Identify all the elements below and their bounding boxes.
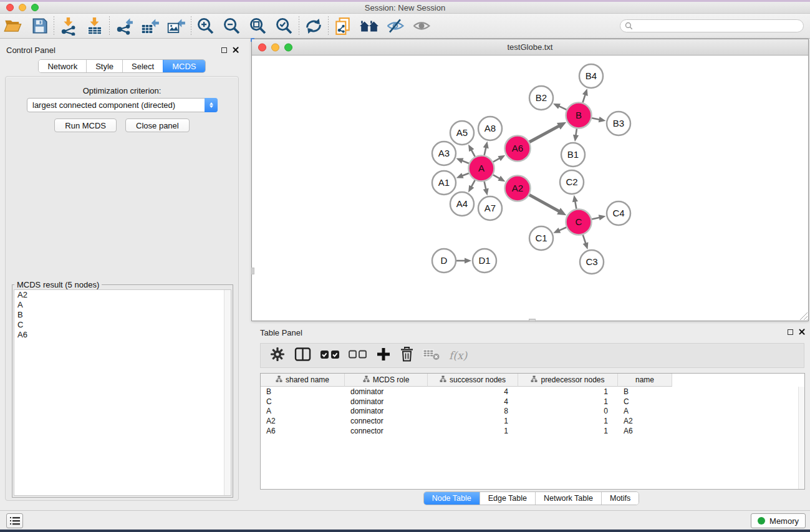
network-close-button[interactable]	[258, 43, 266, 51]
tab-node-table[interactable]: Node Table	[424, 492, 480, 505]
save-session-button[interactable]	[26, 15, 52, 37]
graph-node-C[interactable]: C	[566, 210, 592, 235]
zoom-fit-button[interactable]	[245, 15, 271, 37]
table-settings-button[interactable]	[267, 345, 288, 366]
graph-node-C4[interactable]: C4	[607, 201, 630, 225]
result-list-scrollbar[interactable]	[224, 290, 231, 495]
hide-selected-button[interactable]	[382, 15, 408, 37]
edge-C-C1[interactable]	[559, 228, 567, 231]
table-cell[interactable]: 1	[518, 387, 618, 396]
tab-edge-table[interactable]: Edge Table	[480, 492, 535, 505]
graph-node-B3[interactable]: B3	[607, 112, 630, 135]
tab-network[interactable]: Network	[39, 60, 86, 72]
graph-node-A8[interactable]: A8	[478, 117, 502, 140]
search-field[interactable]	[620, 19, 804, 32]
show-all-button[interactable]	[408, 15, 435, 37]
table-cell[interactable]: A	[261, 407, 345, 415]
table-cell[interactable]: A	[618, 407, 672, 415]
table-cell[interactable]: 4	[428, 397, 518, 406]
table-cell[interactable]: 8	[428, 407, 518, 415]
table-cell[interactable]: connector	[345, 427, 428, 435]
minimize-window-button[interactable]	[19, 4, 26, 11]
graph-node-A3[interactable]: A3	[432, 142, 456, 165]
edge-A-A7[interactable]	[485, 181, 486, 190]
export-table-button[interactable]	[137, 15, 163, 37]
tab-select[interactable]: Select	[122, 60, 163, 72]
edge-A-A4[interactable]	[471, 180, 475, 188]
graph-node-A1[interactable]: A1	[432, 171, 456, 195]
graph-node-C3[interactable]: C3	[580, 250, 604, 274]
refresh-view-button[interactable]	[301, 15, 327, 37]
table-cell[interactable]: C	[618, 397, 672, 406]
result-item[interactable]: A	[14, 300, 231, 310]
table-float-panel-icon[interactable]	[788, 329, 793, 335]
result-item[interactable]: A6	[14, 330, 231, 340]
close-panel-button[interactable]: Close panel	[125, 118, 190, 132]
network-zoom-button[interactable]	[284, 43, 292, 51]
edge-C-C4[interactable]	[592, 217, 600, 219]
create-column-button[interactable]	[374, 345, 393, 366]
edge-B-B4[interactable]	[583, 94, 586, 103]
tab-motifs[interactable]: Motifs	[601, 492, 639, 505]
network-minimize-button[interactable]	[271, 43, 279, 51]
graph-node-B[interactable]: B	[566, 103, 592, 128]
import-network-button[interactable]	[55, 15, 82, 37]
search-input[interactable]	[633, 20, 803, 32]
graph-node-D1[interactable]: D1	[473, 249, 496, 273]
table-cell[interactable]: 1	[428, 427, 518, 435]
table-row[interactable]: Cdominator41C	[261, 397, 804, 407]
network-canvas[interactable]: B4B2BB3A8A5A6A3B1AC2A1A2A4A7C4CC1C3DD1	[252, 39, 809, 322]
graph-node-C2[interactable]: C2	[560, 170, 584, 194]
zoom-in-button[interactable]	[193, 15, 219, 37]
zoom-out-button[interactable]	[219, 15, 245, 37]
table-cell[interactable]: A6	[261, 427, 345, 435]
edge-A-A8[interactable]	[485, 147, 486, 155]
table-close-panel-icon[interactable]	[799, 329, 805, 335]
graph-node-A6[interactable]: A6	[505, 136, 531, 162]
zoom-window-button[interactable]	[31, 4, 39, 11]
table-cell[interactable]: A6	[618, 427, 672, 435]
table-row[interactable]: A2connector11A2	[261, 416, 804, 426]
zoom-selected-button[interactable]	[271, 15, 297, 37]
memory-button[interactable]: Memory	[751, 513, 806, 528]
table-cell[interactable]: 0	[518, 407, 618, 415]
graph-node-B4[interactable]: B4	[579, 64, 603, 88]
column-header-MCDS-role[interactable]: MCDS role	[345, 374, 428, 387]
table-row[interactable]: Adominator80A	[261, 407, 804, 417]
result-item[interactable]: A2	[14, 290, 231, 300]
close-panel-icon[interactable]	[233, 47, 239, 53]
column-header-successor-nodes[interactable]: successor nodes	[428, 374, 518, 387]
result-item[interactable]: C	[14, 320, 231, 330]
table-row[interactable]: A6connector11A6	[261, 426, 804, 436]
optimization-criterion-dropdown[interactable]: largest connected component (directed)	[27, 98, 218, 112]
table-cell[interactable]: A2	[618, 417, 672, 425]
graph-node-A5[interactable]: A5	[450, 121, 474, 145]
graph-node-B2[interactable]: B2	[529, 86, 553, 110]
network-window-titlebar[interactable]: testGlobe.txt	[252, 39, 808, 56]
table-cell[interactable]: B	[261, 387, 345, 396]
table-cell[interactable]: B	[618, 387, 672, 396]
table-cell[interactable]: 1	[518, 427, 618, 435]
edge-C-C3[interactable]	[583, 235, 586, 244]
tab-style[interactable]: Style	[86, 60, 122, 72]
edge-B-B3[interactable]	[592, 118, 600, 120]
edge-A-A5[interactable]	[471, 149, 475, 157]
show-panels-button[interactable]	[6, 513, 23, 528]
graph-node-A[interactable]: A	[469, 156, 494, 181]
select-all-rows-button[interactable]	[317, 345, 342, 366]
table-scrollbar[interactable]	[798, 387, 804, 489]
column-header-predecessor-nodes[interactable]: predecessor nodes	[518, 374, 618, 387]
graph-node-A2[interactable]: A2	[505, 176, 531, 201]
float-panel-icon[interactable]	[221, 47, 227, 53]
table-cell[interactable]: connector	[345, 417, 428, 425]
graph-node-C1[interactable]: C1	[529, 226, 553, 250]
table-cell[interactable]: 1	[518, 417, 618, 425]
export-image-button[interactable]	[163, 15, 190, 37]
table-cell[interactable]: 1	[518, 397, 618, 406]
edge-A2-C[interactable]	[529, 195, 560, 211]
result-item[interactable]: B	[14, 310, 231, 320]
table-cell[interactable]: dominator	[345, 387, 428, 396]
table-cell[interactable]: 1	[428, 417, 518, 425]
graph-node-A7[interactable]: A7	[478, 196, 502, 220]
first-neighbors-button[interactable]	[356, 15, 382, 37]
